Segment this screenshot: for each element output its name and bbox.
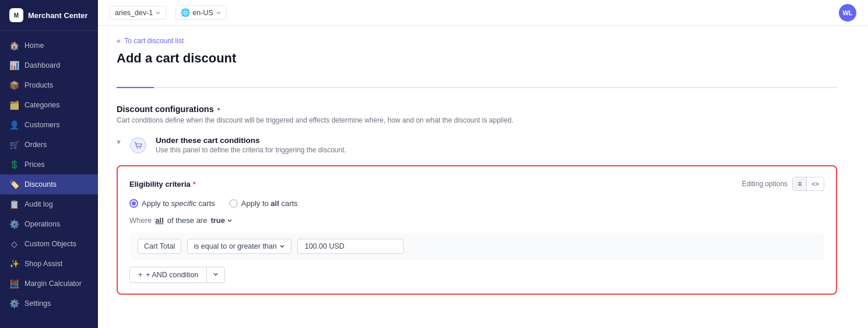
content-inner: « To cart discount list Add a cart disco… bbox=[98, 26, 856, 313]
sidebar-item-label-prices: Prices bbox=[24, 160, 45, 169]
products-icon: 📦 bbox=[9, 81, 19, 90]
chevron-down-icon bbox=[155, 10, 161, 16]
sidebar: M Merchant Center 🏠 Home 📊 Dashboard 📦 P… bbox=[0, 0, 98, 328]
eligibility-header: Eligibility criteria * Editing options ≡… bbox=[129, 177, 824, 191]
categories-icon: 🗂️ bbox=[9, 100, 19, 110]
prices-icon: 💲 bbox=[9, 160, 19, 169]
chevron-down-icon-3 bbox=[227, 218, 233, 224]
globe-icon: 🌐 bbox=[181, 8, 190, 17]
conditions-toggle[interactable]: ▾ bbox=[117, 136, 121, 146]
sidebar-item-label-home: Home bbox=[24, 41, 44, 50]
condition-operator-label: is equal to or greater than bbox=[194, 242, 276, 250]
radio-row: Apply to specific carts Apply to all car… bbox=[129, 199, 824, 208]
sidebar-item-label-margin-calculator: Margin Calculator bbox=[24, 280, 82, 288]
eligibility-panel: Eligibility criteria * Editing options ≡… bbox=[117, 165, 837, 295]
svg-point-1 bbox=[137, 148, 138, 149]
chevron-down-icon-5 bbox=[213, 271, 219, 277]
sidebar-item-margin-calculator[interactable]: 🧮 Margin Calculator bbox=[0, 274, 98, 294]
specific-label: specific bbox=[171, 199, 196, 208]
project-name: aries_dev-1 bbox=[115, 9, 153, 17]
svg-point-2 bbox=[140, 148, 141, 149]
sidebar-item-products[interactable]: 📦 Products bbox=[0, 75, 98, 95]
required-marker: * bbox=[193, 180, 196, 189]
sidebar-item-shop-assist[interactable]: ✨ Shop Assist bbox=[0, 254, 98, 274]
and-condition-button[interactable]: + + AND condition bbox=[129, 267, 207, 283]
plus-icon: + bbox=[138, 271, 142, 279]
chevron-down-icon-4 bbox=[279, 243, 285, 249]
user-avatar[interactable]: WL bbox=[839, 4, 856, 22]
radio-specific-carts[interactable]: Apply to specific carts bbox=[129, 199, 215, 208]
sidebar-item-prices[interactable]: 💲 Prices bbox=[0, 155, 98, 175]
code-view-button[interactable]: <> bbox=[807, 177, 824, 190]
customers-icon: 👤 bbox=[9, 120, 19, 130]
sidebar-item-operations[interactable]: ⚙️ Operations bbox=[0, 214, 98, 234]
toggle-icon: ▾ bbox=[117, 137, 121, 146]
sidebar-item-label-shop-assist: Shop Assist bbox=[24, 260, 62, 268]
section-bullet: • bbox=[217, 104, 220, 114]
sidebar-item-categories[interactable]: 🗂️ Categories bbox=[0, 95, 98, 115]
locale-selector[interactable]: 🌐 en-US bbox=[175, 5, 226, 20]
sidebar-item-label-settings: Settings bbox=[24, 299, 51, 308]
condition-operator-dropdown[interactable]: is equal to or greater than bbox=[187, 239, 291, 254]
custom-objects-icon: ◇ bbox=[9, 239, 19, 249]
sidebar-item-customers[interactable]: 👤 Customers bbox=[0, 115, 98, 135]
section-header: Discount configurations • bbox=[117, 104, 837, 114]
content-area: « To cart discount list Add a cart disco… bbox=[98, 26, 868, 328]
sidebar-item-label-products: Products bbox=[24, 81, 53, 89]
condition-row: Cart Total is equal to or greater than bbox=[129, 233, 824, 260]
discounts-icon: 🏷️ bbox=[9, 180, 19, 189]
and-condition-row: + + AND condition bbox=[129, 267, 824, 283]
eligibility-title-text: Eligibility criteria bbox=[129, 180, 191, 189]
sidebar-item-label-audit-log: Audit log bbox=[24, 200, 53, 208]
page-title: Add a cart discount bbox=[117, 51, 837, 66]
condition-cart-total-tag[interactable]: Cart Total bbox=[138, 239, 181, 254]
sidebar-item-label-operations: Operations bbox=[24, 220, 60, 228]
conditions-description: Use this panel to define the criteria fo… bbox=[156, 146, 346, 154]
settings-icon: ⚙️ bbox=[9, 299, 19, 308]
editing-options-label: Editing options bbox=[742, 180, 788, 188]
sidebar-item-label-customers: Customers bbox=[24, 121, 59, 129]
sidebar-item-audit-log[interactable]: 📋 Audit log bbox=[0, 194, 98, 214]
app-logo[interactable]: M Merchant Center bbox=[0, 0, 98, 31]
eligibility-title: Eligibility criteria * bbox=[129, 180, 196, 189]
breadcrumb[interactable]: « To cart discount list bbox=[117, 36, 837, 45]
where-row: Where all of these are true bbox=[129, 216, 824, 225]
logo-icon: M bbox=[9, 8, 23, 22]
sidebar-item-custom-objects[interactable]: ◇ Custom Objects bbox=[0, 234, 98, 254]
conditions-text: Under these cart conditions Use this pan… bbox=[156, 136, 346, 154]
sidebar-item-dashboard[interactable]: 📊 Dashboard bbox=[0, 55, 98, 75]
list-view-button[interactable]: ≡ bbox=[793, 177, 807, 190]
radio-specific-indicator bbox=[129, 199, 138, 208]
operations-icon: ⚙️ bbox=[9, 219, 19, 229]
list-view-icon: ≡ bbox=[797, 180, 802, 188]
tab-2[interactable] bbox=[154, 78, 191, 88]
sidebar-item-label-categories: Categories bbox=[24, 101, 59, 109]
conditions-heading: Under these cart conditions bbox=[156, 136, 346, 145]
condition-value-input[interactable] bbox=[297, 239, 404, 254]
section-title: Discount configurations bbox=[117, 104, 214, 114]
sidebar-item-settings[interactable]: ⚙️ Settings bbox=[0, 294, 98, 313]
sidebar-item-home[interactable]: 🏠 Home bbox=[0, 36, 98, 55]
breadcrumb-arrow: « bbox=[117, 36, 121, 45]
topbar-left: aries_dev-1 🌐 en-US bbox=[110, 5, 227, 20]
sidebar-item-label-custom-objects: Custom Objects bbox=[24, 240, 76, 248]
where-true-label: true bbox=[210, 216, 225, 225]
sidebar-item-discounts[interactable]: 🏷️ Discounts bbox=[0, 175, 98, 194]
sidebar-item-orders[interactable]: 🛒 Orders bbox=[0, 135, 98, 155]
tab-1[interactable] bbox=[117, 78, 154, 88]
project-selector[interactable]: aries_dev-1 bbox=[110, 6, 166, 20]
editing-options-buttons: ≡ <> bbox=[792, 177, 824, 191]
where-true-dropdown[interactable]: true bbox=[210, 216, 233, 225]
sidebar-nav: 🏠 Home 📊 Dashboard 📦 Products 🗂️ Categor… bbox=[0, 31, 98, 328]
margin-calculator-icon: 🧮 bbox=[9, 279, 19, 288]
radio-all-indicator bbox=[229, 199, 238, 208]
all-label: all bbox=[270, 199, 279, 208]
sidebar-item-label-orders: Orders bbox=[24, 141, 47, 149]
orders-icon: 🛒 bbox=[9, 140, 19, 149]
shop-assist-icon: ✨ bbox=[9, 259, 19, 268]
svg-point-0 bbox=[131, 138, 146, 153]
where-all-link[interactable]: all bbox=[155, 216, 163, 225]
radio-all-carts[interactable]: Apply to all carts bbox=[229, 199, 298, 208]
where-of-these: of these are bbox=[167, 216, 208, 225]
and-condition-dropdown-button[interactable] bbox=[207, 267, 225, 283]
